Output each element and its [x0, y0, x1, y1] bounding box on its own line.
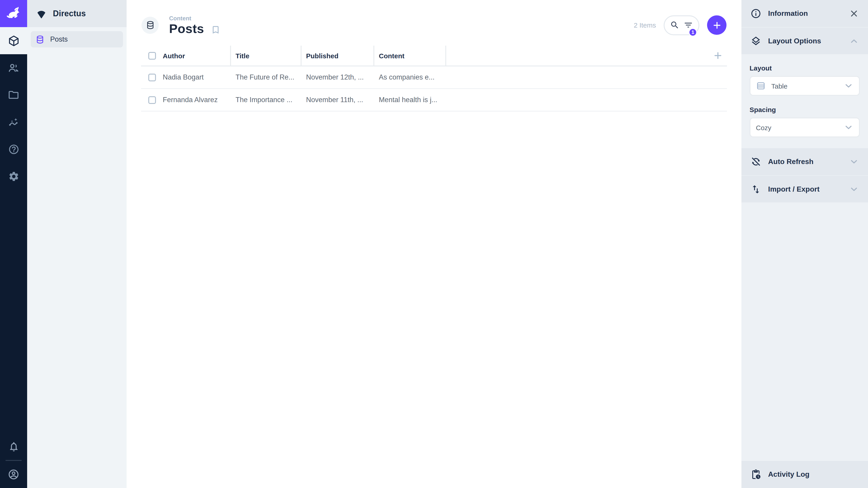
close-sidebar-button[interactable] — [849, 8, 859, 19]
published-value: November 11th, ... — [306, 96, 363, 104]
nav-sidebar: Directus Posts — [27, 0, 127, 488]
sidebar-section-layout-options[interactable]: Layout Options — [741, 27, 868, 54]
expand-section-button[interactable] — [849, 157, 859, 167]
section-label: Auto Refresh — [768, 158, 813, 166]
title-block: Content Posts — [169, 15, 204, 35]
sidebar-section-auto-refresh[interactable]: Auto Refresh — [741, 148, 868, 175]
page-header: Content Posts 2 Items 1 — [127, 0, 741, 46]
sidebar-section-activity-log[interactable]: Activity Log — [741, 461, 868, 488]
header-cell-published[interactable]: Published — [302, 46, 374, 66]
table-row[interactable]: Nadia Bogart The Future of Re... Novembe… — [141, 66, 727, 89]
content-value: Mental health is j... — [379, 96, 437, 104]
breadcrumb[interactable]: Content — [169, 15, 204, 22]
help-icon — [8, 143, 19, 155]
module-settings[interactable] — [0, 163, 27, 190]
item-count: 2 Items — [634, 21, 656, 29]
row-cell-published: November 11th, ... — [302, 96, 374, 104]
database-icon — [145, 20, 155, 30]
sidebar-item-posts[interactable]: Posts — [31, 31, 123, 47]
main-content: Content Posts 2 Items 1 — [127, 0, 741, 488]
column-header[interactable]: Title — [236, 52, 249, 59]
module-files[interactable] — [0, 81, 27, 108]
account-button[interactable] — [0, 461, 27, 488]
layout-select-value: Table — [771, 82, 787, 90]
sidebar-item-label: Posts — [50, 35, 68, 43]
row-checkbox[interactable] — [148, 96, 156, 104]
row-checkbox[interactable] — [148, 73, 156, 81]
clipboard-clock-icon — [750, 469, 761, 480]
layers-icon — [750, 35, 761, 46]
expand-section-button[interactable] — [849, 184, 859, 194]
user-circle-icon — [8, 468, 20, 480]
filter-count-badge: 1 — [688, 28, 697, 36]
row-cell-published: November 12th, ... — [302, 73, 374, 81]
select-all-checkbox[interactable] — [148, 52, 156, 59]
collapse-section-button[interactable] — [849, 36, 859, 46]
module-help[interactable] — [0, 135, 27, 163]
users-icon — [7, 62, 20, 74]
search-filter-pill[interactable]: 1 — [664, 15, 700, 35]
plus-icon — [712, 20, 722, 30]
module-bar-spacer — [0, 190, 27, 433]
search-icon — [670, 20, 680, 30]
author-value: Nadia Bogart — [163, 73, 204, 81]
table-layout-icon — [756, 81, 766, 91]
row-cell-content: As companies e... — [374, 73, 446, 81]
app-window: Directus Posts Content Posts 2 Items — [0, 0, 868, 488]
section-label: Import / Export — [768, 185, 819, 193]
module-content[interactable] — [0, 27, 27, 54]
insights-icon — [7, 116, 20, 128]
module-bar — [0, 0, 27, 488]
collection-list: Posts — [27, 27, 127, 52]
info-icon — [750, 8, 761, 19]
gear-icon — [8, 170, 19, 182]
project-name: Directus — [53, 9, 86, 18]
bell-icon — [8, 441, 19, 452]
author-value: Fernanda Alvarez — [163, 96, 218, 104]
module-users[interactable] — [0, 54, 27, 81]
spacing-select[interactable]: Cozy — [749, 118, 860, 137]
published-value: November 12th, ... — [306, 73, 364, 81]
chevron-down-icon — [844, 123, 854, 132]
project-header[interactable]: Directus — [27, 0, 127, 27]
layout-select[interactable]: Table — [749, 76, 860, 96]
create-item-button[interactable] — [707, 15, 726, 35]
chevron-down-icon — [849, 157, 859, 167]
row-cell-author: Nadia Bogart — [141, 73, 231, 81]
module-insights[interactable] — [0, 108, 27, 135]
column-header[interactable]: Author — [163, 52, 185, 59]
field-label: Spacing — [749, 106, 860, 113]
column-header[interactable]: Published — [306, 52, 338, 59]
items-table: Author Title Published Content Nad — [141, 46, 727, 111]
bookmark-button[interactable] — [211, 25, 221, 35]
collection-icon-circle[interactable] — [142, 17, 159, 34]
notifications-button[interactable] — [0, 433, 27, 460]
plus-icon — [713, 51, 723, 61]
content-value: As companies e... — [379, 73, 434, 81]
database-icon — [35, 35, 45, 44]
table-body: Nadia Bogart The Future of Re... Novembe… — [141, 66, 727, 111]
row-cell-title: The Future of Re... — [231, 73, 302, 81]
header-cell-author[interactable]: Author — [141, 46, 231, 66]
fan-icon — [36, 8, 47, 19]
section-label: Information — [768, 9, 808, 18]
chevron-down-icon — [844, 81, 854, 91]
table-row[interactable]: Fernanda Alvarez The Importance ... Nove… — [141, 89, 727, 111]
header-cell-content[interactable]: Content — [374, 46, 446, 66]
add-column-button[interactable] — [709, 46, 727, 66]
directus-logo[interactable] — [0, 0, 27, 27]
close-icon — [849, 8, 859, 19]
info-sidebar: Information Layout Options Layout Table — [741, 0, 868, 488]
chevron-down-icon — [849, 184, 859, 194]
bookmark-icon — [211, 25, 221, 35]
row-cell-author: Fernanda Alvarez — [141, 96, 231, 104]
layout-field: Layout Table — [749, 64, 860, 96]
header-cell-title[interactable]: Title — [231, 46, 302, 66]
page-title: Posts — [169, 23, 204, 35]
sidebar-section-information[interactable]: Information — [741, 0, 868, 27]
spacing-field: Spacing Cozy — [749, 106, 860, 137]
spacing-select-value: Cozy — [756, 124, 771, 131]
content-module-icon — [7, 35, 20, 47]
sidebar-section-import-export[interactable]: Import / Export — [741, 175, 868, 202]
column-header[interactable]: Content — [379, 52, 404, 59]
